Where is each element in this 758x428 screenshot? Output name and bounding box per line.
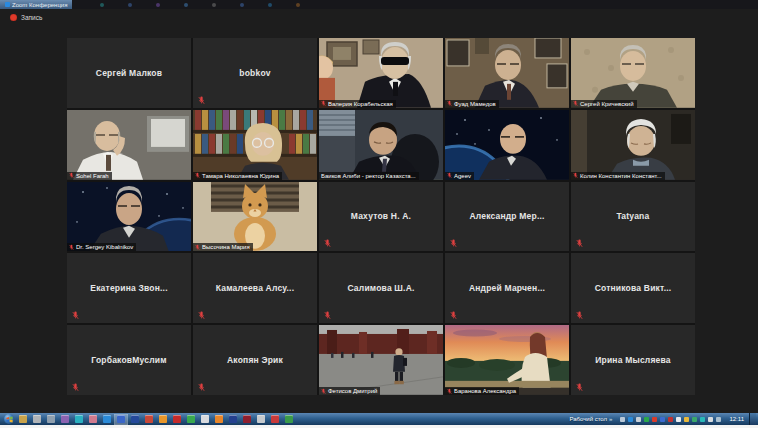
background-tab-icon[interactable] (296, 3, 300, 7)
background-tab-icons (100, 3, 300, 7)
participant-name-label: Высочина Мария (193, 243, 253, 251)
participant-tile[interactable]: Сергей Малков (67, 38, 191, 108)
participant-tile[interactable]: Tatyana (571, 182, 695, 252)
background-tab-icon[interactable] (156, 3, 160, 7)
taskbar: Рабочий стол » 12:11 (0, 413, 758, 425)
muted-mic-icon (447, 388, 452, 395)
taskbar-clock[interactable]: 12:11 (729, 416, 744, 422)
participant-tile[interactable]: Сотникова Викт... (571, 253, 695, 323)
participant-tile[interactable]: Екатерина Звон... (67, 253, 191, 323)
taskbar-app-icon[interactable] (86, 414, 100, 425)
participant-tile[interactable]: Высочина Мария (193, 182, 317, 252)
taskbar-app-icon[interactable] (128, 414, 142, 425)
participant-name: Камалеева Алсу... (193, 253, 317, 323)
muted-mic-icon (576, 311, 583, 320)
tray-icon[interactable] (636, 417, 641, 422)
zoom-window-tab[interactable]: Zoom Конференция (0, 0, 72, 9)
app-icon (19, 415, 27, 423)
tray-icon[interactable] (652, 417, 657, 422)
taskbar-app-icon[interactable] (142, 414, 156, 425)
background-tab-icon[interactable] (268, 3, 272, 7)
participant-tile[interactable]: Махутов Н. А. (319, 182, 443, 252)
participant-tile[interactable]: Баранова Александра (445, 325, 569, 395)
taskbar-app-icon[interactable] (240, 414, 254, 425)
tray-icon[interactable] (660, 417, 665, 422)
participant-tile[interactable]: Sohel Farah (67, 110, 191, 180)
participant-tile[interactable]: Андрей Марчен... (445, 253, 569, 323)
background-tab-icon[interactable] (212, 3, 216, 7)
taskbar-app-icon[interactable] (170, 414, 184, 425)
participant-tile[interactable]: Камалеева Алсу... (193, 253, 317, 323)
video-feed (193, 182, 317, 252)
taskbar-app-icon[interactable] (156, 414, 170, 425)
participant-tile[interactable]: Фетисов Дмитрий (319, 325, 443, 395)
participant-name-label: Тамара Николаевна Юдина (193, 172, 282, 180)
taskbar-app-icon[interactable] (44, 414, 58, 425)
tray-icon[interactable] (700, 417, 705, 422)
tray-icon[interactable] (708, 417, 713, 422)
muted-mic-icon (324, 311, 331, 320)
app-icon (33, 415, 41, 423)
participant-tile[interactable]: Валерия Корабельская (319, 38, 443, 108)
tray-icon[interactable] (620, 417, 625, 422)
chevron-icon[interactable]: » (609, 416, 612, 422)
taskbar-app-icon[interactable] (100, 414, 114, 425)
participant-tile[interactable]: Dr. Sergey Kibalnikov (67, 182, 191, 252)
taskbar-app-icon[interactable] (268, 414, 282, 425)
participant-tile[interactable]: Сергей Кричевский (571, 38, 695, 108)
taskbar-app-icon[interactable] (30, 414, 44, 425)
participant-tile[interactable]: Акопян Эрик (193, 325, 317, 395)
desktop-toolbar-label[interactable]: Рабочий стол (569, 416, 607, 422)
taskbar-app-icon[interactable] (58, 414, 72, 425)
show-desktop-button[interactable] (749, 413, 756, 425)
tray-icon[interactable] (692, 417, 697, 422)
video-feed (445, 38, 569, 108)
app-icon (159, 415, 167, 423)
participant-tile[interactable]: Александр Мер... (445, 182, 569, 252)
taskbar-app-icon[interactable] (226, 414, 240, 425)
muted-mic-icon (447, 100, 452, 107)
participant-tile[interactable]: Ageev (445, 110, 569, 180)
participant-tile[interactable]: Баиков Алиби - ректор Казахста... (319, 110, 443, 180)
taskbar-apps (16, 413, 296, 425)
tray-icon[interactable] (628, 417, 633, 422)
participant-name: Акопян Эрик (193, 325, 317, 395)
participant-tile[interactable]: Салимова Ш.А. (319, 253, 443, 323)
taskbar-app-icon[interactable] (212, 414, 226, 425)
windows-flag-icon (6, 416, 13, 423)
background-tab-icon[interactable] (100, 3, 104, 7)
background-tab-icon[interactable] (240, 3, 244, 7)
background-tab-icon[interactable] (184, 3, 188, 7)
participant-tile[interactable]: Фуад Мамедов (445, 38, 569, 108)
taskbar-app-icon[interactable] (184, 414, 198, 425)
video-feed (571, 38, 695, 108)
record-icon (10, 14, 17, 21)
taskbar-app-icon[interactable] (114, 414, 128, 425)
participant-tile[interactable]: ГорбаковМуслим (67, 325, 191, 395)
start-button[interactable] (4, 414, 14, 424)
tray-icon[interactable] (684, 417, 689, 422)
taskbar-app-icon[interactable] (72, 414, 86, 425)
participant-name-label: Колин Константин Констант... (571, 172, 665, 180)
taskbar-app-icon[interactable] (198, 414, 212, 425)
tray-icon[interactable] (716, 417, 721, 422)
taskbar-app-icon[interactable] (16, 414, 30, 425)
participant-tile[interactable]: Ирина Мысляева (571, 325, 695, 395)
muted-mic-icon (69, 244, 74, 251)
participant-name: Фетисов Дмитрий (328, 387, 377, 395)
participant-tile[interactable]: Колин Константин Констант... (571, 110, 695, 180)
tray-icon[interactable] (644, 417, 649, 422)
muted-mic-icon (321, 388, 326, 395)
app-icon (229, 415, 237, 423)
background-tab-icon[interactable] (128, 3, 132, 7)
participant-name: bobkov (193, 38, 317, 108)
video-feed (319, 38, 443, 108)
participant-name: Колин Константин Констант... (580, 172, 662, 180)
taskbar-app-icon[interactable] (282, 414, 296, 425)
tray-icon[interactable] (668, 417, 673, 422)
participant-tile[interactable]: Тамара Николаевна Юдина (193, 110, 317, 180)
muted-mic-icon (450, 239, 457, 248)
tray-icon[interactable] (676, 417, 681, 422)
taskbar-app-icon[interactable] (254, 414, 268, 425)
participant-tile[interactable]: bobkov (193, 38, 317, 108)
